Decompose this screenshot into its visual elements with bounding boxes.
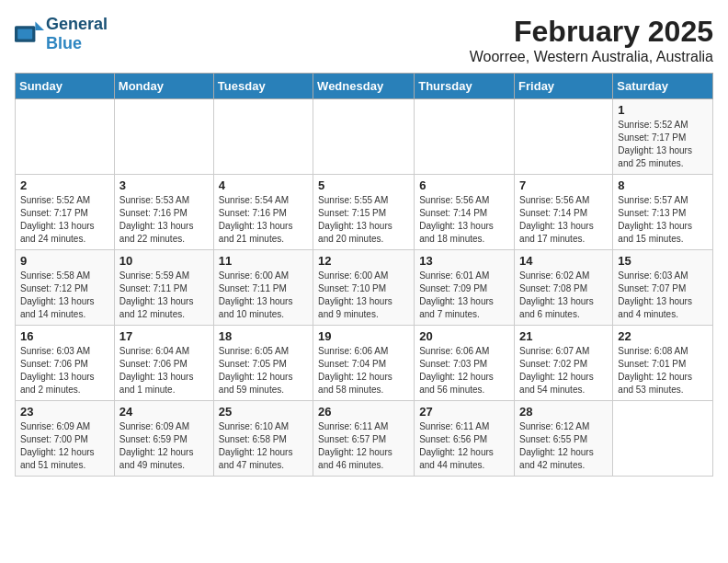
day-number: 11 (219, 254, 308, 268)
calendar-cell (313, 99, 415, 175)
day-header-saturday: Saturday (613, 74, 713, 99)
day-number: 28 (519, 405, 608, 419)
svg-marker-2 (35, 21, 44, 30)
calendar-cell: 18Sunrise: 6:05 AMSunset: 7:05 PMDayligh… (213, 326, 313, 401)
calendar-cell: 8Sunrise: 5:57 AMSunset: 7:13 PMDaylight… (613, 175, 713, 250)
day-info: Sunrise: 6:06 AMSunset: 7:03 PMDaylight:… (419, 345, 509, 396)
calendar-cell (613, 401, 713, 477)
day-info: Sunrise: 5:55 AMSunset: 7:15 PMDaylight:… (318, 194, 409, 246)
calendar-cell (16, 99, 115, 175)
day-number: 3 (119, 178, 209, 192)
calendar-week-row: 9Sunrise: 5:58 AMSunset: 7:12 PMDaylight… (16, 250, 713, 326)
calendar-cell: 15Sunrise: 6:03 AMSunset: 7:07 PMDayligh… (613, 250, 713, 326)
day-info: Sunrise: 5:52 AMSunset: 7:17 PMDaylight:… (20, 194, 109, 246)
day-info: Sunrise: 6:07 AMSunset: 7:02 PMDaylight:… (519, 345, 608, 396)
day-number: 19 (318, 329, 409, 343)
calendar-cell: 12Sunrise: 6:00 AMSunset: 7:10 PMDayligh… (313, 250, 415, 326)
day-number: 15 (618, 254, 708, 268)
calendar-cell: 9Sunrise: 5:58 AMSunset: 7:12 PMDaylight… (16, 250, 115, 326)
day-info: Sunrise: 5:58 AMSunset: 7:12 PMDaylight:… (20, 270, 109, 321)
day-info: Sunrise: 6:00 AMSunset: 7:11 PMDaylight:… (219, 270, 308, 321)
logo-icon (15, 21, 44, 47)
day-number: 2 (20, 178, 109, 192)
day-number: 16 (20, 329, 109, 343)
title-block: February 2025 Woorree, Western Australia… (470, 15, 713, 65)
day-number: 1 (618, 103, 708, 117)
calendar-cell: 22Sunrise: 6:08 AMSunset: 7:01 PMDayligh… (613, 326, 713, 401)
day-number: 7 (519, 178, 608, 192)
day-number: 20 (419, 329, 509, 343)
day-header-monday: Monday (114, 74, 213, 99)
calendar-cell: 17Sunrise: 6:04 AMSunset: 7:06 PMDayligh… (114, 326, 213, 401)
day-number: 23 (20, 405, 109, 419)
calendar-week-row: 23Sunrise: 6:09 AMSunset: 7:00 PMDayligh… (16, 401, 713, 477)
calendar-cell: 4Sunrise: 5:54 AMSunset: 7:16 PMDaylight… (213, 175, 313, 250)
day-header-wednesday: Wednesday (313, 74, 415, 99)
day-info: Sunrise: 6:00 AMSunset: 7:10 PMDaylight:… (318, 270, 409, 321)
day-info: Sunrise: 6:11 AMSunset: 6:57 PMDaylight:… (318, 420, 409, 472)
calendar-header-row: SundayMondayTuesdayWednesdayThursdayFrid… (16, 74, 713, 99)
calendar-cell (515, 99, 613, 175)
day-header-thursday: Thursday (415, 74, 515, 99)
calendar-subtitle: Woorree, Western Australia, Australia (470, 49, 713, 65)
calendar-week-row: 2Sunrise: 5:52 AMSunset: 7:17 PMDaylight… (16, 175, 713, 250)
svg-rect-1 (17, 29, 32, 39)
logo-blue-text: Blue (46, 34, 82, 52)
calendar-cell: 3Sunrise: 5:53 AMSunset: 7:16 PMDaylight… (114, 175, 213, 250)
day-info: Sunrise: 6:11 AMSunset: 6:56 PMDaylight:… (419, 420, 509, 472)
calendar-cell: 6Sunrise: 5:56 AMSunset: 7:14 PMDaylight… (415, 175, 515, 250)
day-number: 14 (519, 254, 608, 268)
day-number: 17 (119, 329, 209, 343)
day-number: 4 (219, 178, 308, 192)
day-number: 21 (519, 329, 608, 343)
calendar-cell: 13Sunrise: 6:01 AMSunset: 7:09 PMDayligh… (415, 250, 515, 326)
calendar-cell: 2Sunrise: 5:52 AMSunset: 7:17 PMDaylight… (16, 175, 115, 250)
day-info: Sunrise: 5:56 AMSunset: 7:14 PMDaylight:… (419, 194, 509, 246)
day-info: Sunrise: 5:52 AMSunset: 7:17 PMDaylight:… (618, 119, 708, 170)
day-header-sunday: Sunday (16, 74, 115, 99)
calendar-cell: 1Sunrise: 5:52 AMSunset: 7:17 PMDaylight… (613, 99, 713, 175)
day-number: 6 (419, 178, 509, 192)
day-number: 8 (618, 178, 708, 192)
logo-general-text: General (46, 15, 108, 33)
day-info: Sunrise: 6:12 AMSunset: 6:55 PMDaylight:… (519, 420, 608, 472)
calendar-cell: 14Sunrise: 6:02 AMSunset: 7:08 PMDayligh… (515, 250, 613, 326)
calendar-cell: 11Sunrise: 6:00 AMSunset: 7:11 PMDayligh… (213, 250, 313, 326)
day-number: 12 (318, 254, 409, 268)
calendar-week-row: 16Sunrise: 6:03 AMSunset: 7:06 PMDayligh… (16, 326, 713, 401)
calendar-cell: 23Sunrise: 6:09 AMSunset: 7:00 PMDayligh… (16, 401, 115, 477)
day-info: Sunrise: 6:10 AMSunset: 6:58 PMDaylight:… (219, 420, 308, 472)
day-info: Sunrise: 5:54 AMSunset: 7:16 PMDaylight:… (219, 194, 308, 246)
page-header: General Blue February 2025 Woorree, West… (15, 15, 713, 65)
logo: General Blue (15, 15, 108, 53)
calendar-cell: 28Sunrise: 6:12 AMSunset: 6:55 PMDayligh… (515, 401, 613, 477)
day-info: Sunrise: 6:05 AMSunset: 7:05 PMDaylight:… (219, 345, 308, 396)
calendar-cell: 27Sunrise: 6:11 AMSunset: 6:56 PMDayligh… (415, 401, 515, 477)
day-info: Sunrise: 5:57 AMSunset: 7:13 PMDaylight:… (618, 194, 708, 246)
calendar-table: SundayMondayTuesdayWednesdayThursdayFrid… (15, 73, 713, 477)
calendar-cell: 21Sunrise: 6:07 AMSunset: 7:02 PMDayligh… (515, 326, 613, 401)
calendar-cell: 5Sunrise: 5:55 AMSunset: 7:15 PMDaylight… (313, 175, 415, 250)
calendar-cell: 19Sunrise: 6:06 AMSunset: 7:04 PMDayligh… (313, 326, 415, 401)
calendar-cell: 10Sunrise: 5:59 AMSunset: 7:11 PMDayligh… (114, 250, 213, 326)
calendar-cell: 25Sunrise: 6:10 AMSunset: 6:58 PMDayligh… (213, 401, 313, 477)
day-number: 22 (618, 329, 708, 343)
calendar-cell (213, 99, 313, 175)
day-header-tuesday: Tuesday (213, 74, 313, 99)
day-number: 18 (219, 329, 308, 343)
day-info: Sunrise: 6:08 AMSunset: 7:01 PMDaylight:… (618, 345, 708, 396)
day-info: Sunrise: 5:59 AMSunset: 7:11 PMDaylight:… (119, 270, 209, 321)
day-info: Sunrise: 6:01 AMSunset: 7:09 PMDaylight:… (419, 270, 509, 321)
calendar-week-row: 1Sunrise: 5:52 AMSunset: 7:17 PMDaylight… (16, 99, 713, 175)
day-info: Sunrise: 6:03 AMSunset: 7:07 PMDaylight:… (618, 270, 708, 321)
day-number: 9 (20, 254, 109, 268)
day-number: 10 (119, 254, 209, 268)
day-info: Sunrise: 6:09 AMSunset: 7:00 PMDaylight:… (20, 420, 109, 472)
calendar-cell: 24Sunrise: 6:09 AMSunset: 6:59 PMDayligh… (114, 401, 213, 477)
calendar-cell: 26Sunrise: 6:11 AMSunset: 6:57 PMDayligh… (313, 401, 415, 477)
day-info: Sunrise: 5:53 AMSunset: 7:16 PMDaylight:… (119, 194, 209, 246)
day-info: Sunrise: 6:02 AMSunset: 7:08 PMDaylight:… (519, 270, 608, 321)
day-header-friday: Friday (515, 74, 613, 99)
day-number: 25 (219, 405, 308, 419)
calendar-cell: 7Sunrise: 5:56 AMSunset: 7:14 PMDaylight… (515, 175, 613, 250)
